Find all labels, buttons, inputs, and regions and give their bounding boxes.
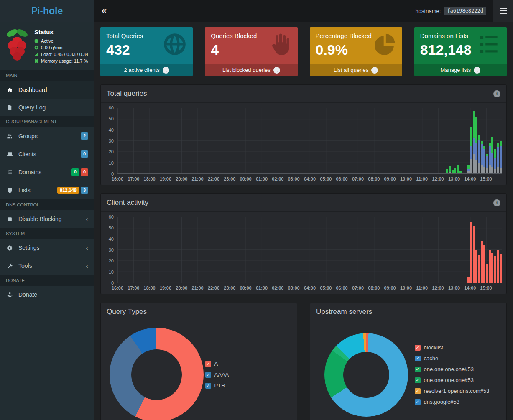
chart-bar[interactable] [486, 217, 488, 283]
chart-bar[interactable] [449, 108, 451, 173]
chart-bar[interactable] [494, 217, 496, 283]
sidebar-item-query-log[interactable]: Query Log [0, 99, 94, 116]
status-badge: 0 [71, 168, 79, 176]
legend-item-dns-google-53[interactable]: dns.google#53 [415, 399, 499, 405]
globe-icon [162, 31, 188, 59]
x-axis-tick: 04:00 [304, 285, 316, 290]
card-footer-label: List all queries [334, 67, 368, 73]
status-heading: Status [34, 28, 88, 36]
chart-bar[interactable] [446, 108, 448, 173]
card-footer-link[interactable]: List blocked queries [205, 64, 297, 76]
chart-bar[interactable] [489, 217, 491, 283]
chart-bar[interactable] [467, 108, 470, 173]
chart-bar[interactable] [491, 217, 493, 283]
navbar-main: « hostname: fa6198e8222d [94, 0, 513, 22]
chart-bar[interactable] [473, 108, 475, 173]
bar-segment-forwarded [470, 146, 472, 159]
panel-title: Query Types [107, 308, 147, 316]
bar-segment-forwarded [500, 146, 502, 168]
y-axis-tick: 30 [109, 138, 114, 143]
legend-item-one-one-one-one-53[interactable]: one.one.one.one#53 [415, 366, 499, 372]
donut-area [108, 328, 205, 420]
x-axis-tick: 21:00 [192, 176, 204, 181]
chart-bar[interactable] [457, 108, 459, 173]
sidebar-item-label: Lists [18, 187, 31, 193]
chart-bar[interactable] [478, 108, 480, 173]
sidebar-item-settings[interactable]: Settings [0, 239, 94, 257]
sidebar-status-panel: Status Active0.00 q/minLoad: 0.45 / 0.33… [0, 22, 94, 70]
query-types-legend: AAAAAPTR [205, 361, 289, 389]
chart-bar[interactable] [483, 108, 485, 173]
card-footer-link[interactable]: 2 active clients [100, 64, 193, 76]
bar-segment-cached [467, 171, 470, 173]
x-axis-tick: 20:00 [176, 285, 187, 290]
card-footer-link[interactable]: Manage lists [414, 64, 507, 76]
card-footer-label: Manage lists [440, 67, 471, 73]
chart-bar[interactable] [486, 108, 488, 173]
sidebar-item-lists[interactable]: Lists812,1483 [0, 181, 94, 199]
x-axis-tick: 11:00 [416, 176, 428, 181]
chart-bar[interactable] [500, 108, 502, 173]
menu-section-donate: DONATE [0, 275, 94, 286]
chart-bar[interactable] [475, 108, 477, 173]
legend-item-ptr[interactable]: PTR [205, 382, 289, 389]
legend-item-blocklist[interactable]: blocklist [415, 344, 499, 351]
chart-bar[interactable] [494, 108, 496, 173]
panel-header: Client activity [101, 194, 506, 212]
summary-card-total-queries: Total Queries4322 active clients [100, 27, 193, 76]
chart-bar[interactable] [478, 217, 480, 283]
status-active-icon [34, 39, 38, 43]
chart-bar[interactable] [497, 217, 499, 283]
chart-bar[interactable] [467, 217, 470, 283]
chart-bar[interactable] [473, 217, 475, 283]
legend-item-resolver1-opendns-com-53[interactable]: resolver1.opendns.com#53 [415, 388, 499, 394]
sidebar-item-dashboard[interactable]: Dashboard [0, 81, 94, 99]
sidebar-item-donate[interactable]: Donate [0, 286, 94, 303]
sidebar-item-groups[interactable]: Groups2 [0, 127, 94, 145]
chart-bar[interactable] [481, 217, 483, 283]
sidebar-item-tools[interactable]: Tools [0, 257, 94, 275]
x-axis-tick: 17:00 [128, 176, 139, 181]
info-icon[interactable] [493, 199, 500, 206]
chart-bar[interactable] [497, 108, 499, 173]
wrench-icon [6, 263, 13, 269]
legend-item-cache[interactable]: cache [415, 355, 499, 361]
chart-bar[interactable] [481, 108, 483, 173]
x-axis-tick: 01:00 [256, 285, 268, 290]
total-queries-panel: Total queries 0102030405060 16:0017:0018… [100, 84, 507, 185]
x-axis-tick: 16:00 [112, 285, 123, 290]
sidebar-item-domains[interactable]: Domains00 [0, 163, 94, 181]
y-axis-tick: 30 [109, 247, 114, 252]
chart-bar[interactable] [500, 217, 502, 283]
bar-segment-client [478, 255, 480, 283]
chart-bar[interactable] [470, 217, 472, 283]
chart-bar[interactable] [491, 108, 493, 173]
legend-item-aaaa[interactable]: AAAA [205, 372, 289, 378]
donate-icon [6, 291, 13, 298]
bar-segment-permitted [467, 165, 470, 169]
card-footer-link[interactable]: List all queries [310, 64, 402, 76]
x-axis-tick: 20:00 [176, 176, 187, 181]
legend-item-one-one-one-one-53[interactable]: one.one.one.one#53 [415, 377, 499, 383]
x-axis: 16:0017:0018:0019:0020:0021:0022:0023:00… [117, 174, 502, 185]
sidebar-item-label: Groups [18, 133, 38, 140]
chart-bar[interactable] [452, 108, 454, 173]
legend-checkbox-icon [205, 361, 211, 367]
card-footer-label: 2 active clients [124, 67, 159, 73]
legend-item-a[interactable]: A [205, 361, 289, 367]
sidebar-item-clients[interactable]: Clients0 [0, 145, 94, 163]
chart-bar[interactable] [483, 217, 485, 283]
app-logo[interactable]: Pi-hole [0, 0, 94, 22]
sidebar-item-disable-blocking[interactable]: Disable Blocking [0, 210, 94, 228]
bar-segment-client [491, 253, 493, 283]
bar-segment-client [473, 226, 475, 283]
info-icon[interactable] [493, 90, 500, 97]
chart-bar[interactable] [454, 108, 456, 173]
chart-bar[interactable] [459, 108, 462, 173]
chart-bar[interactable] [475, 217, 477, 283]
bar-segment-client [489, 250, 491, 283]
menu-toggle-button[interactable] [493, 0, 513, 22]
chart-bar[interactable] [470, 108, 472, 173]
chart-bar[interactable] [489, 108, 491, 173]
sidebar-collapse-button[interactable]: « [94, 5, 113, 16]
